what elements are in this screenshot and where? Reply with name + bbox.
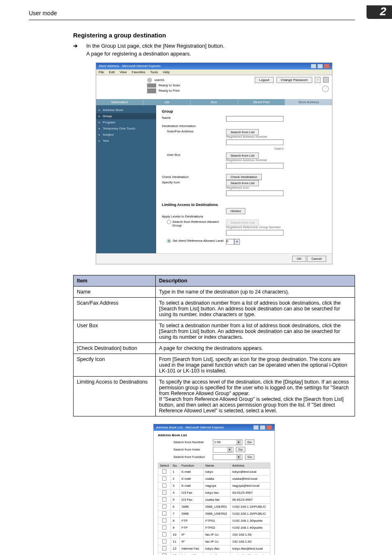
table-row: 13Internet Faxosaka-ifaxosaka-ifax@test.… (158, 552, 270, 555)
maximize-icon[interactable] (317, 64, 323, 69)
minimize-icon-2[interactable] (253, 425, 259, 430)
row-checkbox[interactable] (162, 553, 166, 555)
go-button-3[interactable]: Go (245, 454, 254, 460)
table-row-item: User Box (74, 320, 156, 342)
row-checkbox[interactable] (162, 511, 166, 516)
menu-help[interactable]: Help (163, 70, 170, 74)
search-function-select[interactable]: ▾ (213, 454, 242, 460)
change-password-button[interactable]: Change Password (276, 77, 312, 83)
row-checkbox[interactable] (162, 469, 166, 474)
search-from-list-button-3[interactable]: Search from List (226, 180, 259, 186)
close-icon-2[interactable] (266, 425, 272, 430)
sidebar-item-temporary[interactable]: Temporary One-Touch (96, 125, 156, 132)
name-input[interactable] (226, 116, 284, 122)
step-sub: A page for registering a destination app… (73, 51, 355, 57)
search-from-list-button[interactable]: Search from List (226, 129, 259, 135)
reg-ref-group-input[interactable] (226, 230, 284, 236)
maximize-icon-2[interactable] (260, 425, 265, 430)
minimize-icon[interactable] (311, 64, 316, 69)
scanner-icon (147, 83, 156, 88)
ie-menu: File Edit View Favorites Tools Help (96, 69, 332, 75)
table-row: 1E-mailtokyotokyo@test.local (158, 468, 270, 475)
chapter-number: 2 (367, 5, 392, 19)
hidden-button[interactable]: Hidden (226, 208, 245, 214)
table-row-item: [Check Destination] button (74, 342, 156, 354)
col-name: Name (203, 462, 231, 468)
row-checkbox[interactable] (162, 476, 166, 481)
col-function: Function (180, 462, 203, 468)
label-search-index: Search from Index (161, 448, 210, 451)
search-index-select[interactable]: ▾ (213, 447, 233, 453)
table-row-desc: To specify the access level of the desti… (156, 376, 355, 416)
reg-icon-input[interactable] (226, 190, 284, 196)
chevron-down-icon: ▾ (236, 440, 241, 445)
table-row: 2E-mailosakaosaka@test.local (158, 475, 270, 482)
row-checkbox[interactable] (162, 546, 166, 550)
reg-icon-label: Registered Icon (226, 186, 326, 190)
description-table: Item Description NameType in the name of… (73, 275, 355, 416)
tab-job[interactable]: Job (143, 99, 191, 105)
table-row-desc: Type in the name of the destination (up … (156, 286, 355, 297)
radio-set-direct[interactable] (167, 239, 171, 243)
window-title-2: Address Book List - Microsoft Internet E… (156, 426, 224, 429)
sidebar-item-subject[interactable]: Subject (96, 132, 156, 138)
label-search-function: Search from Function (161, 455, 210, 459)
row-checkbox[interactable] (162, 532, 166, 536)
table-row-desc: To select a destination number from a li… (156, 297, 355, 320)
sidebar-item-address-book[interactable]: Address Book (96, 107, 156, 113)
search-number-select[interactable]: 1-50▾ (213, 439, 242, 445)
search-from-list-button-2[interactable]: Search from List (226, 153, 259, 159)
running-header: User mode (29, 10, 57, 16)
table-row-desc: From [Search from List], specify an icon… (156, 354, 355, 376)
sidebar-item-group[interactable]: Group (96, 113, 156, 119)
ok-button[interactable]: OK (292, 256, 306, 262)
label-search-number: Search from Number (161, 440, 210, 444)
row-checkbox[interactable] (162, 539, 166, 543)
row-checkbox[interactable] (162, 504, 166, 509)
row-checkbox[interactable] (162, 483, 166, 488)
row-checkbox[interactable] (162, 525, 166, 530)
reg-addr-number-input-2[interactable] (226, 163, 284, 169)
go-button-2[interactable]: Go (236, 447, 245, 452)
label-search-ref: Search from Reference Allowed Group (173, 220, 226, 227)
col-no: No. (171, 462, 180, 468)
tab-box[interactable]: Box (191, 99, 238, 105)
sidebar-item-text[interactable]: Text (96, 138, 156, 144)
scroll-up-icon[interactable] (323, 77, 329, 83)
table-row: 6SMBSMB_USER01\\192.168.1.10\PUBLIC (158, 503, 270, 510)
level-value: 0 (226, 239, 234, 245)
menu-tools[interactable]: Tools (150, 70, 158, 74)
row-checkbox[interactable] (162, 490, 166, 495)
status-scan: Ready to Scan (159, 83, 180, 87)
table-row-item: Scan/Fax Address (74, 297, 156, 320)
table-row-desc: To select a destination number from a li… (156, 320, 355, 342)
tab-information[interactable]: Information (96, 99, 143, 105)
row-checkbox[interactable] (162, 497, 166, 502)
tab-store-address[interactable]: Store Address (285, 99, 332, 105)
table-row: 4G3 Faxtokyo-fax03-0123-4567 (158, 489, 270, 496)
logout-button[interactable]: Logout (255, 77, 274, 83)
table-row-desc: A page for checking the destinations app… (156, 342, 355, 354)
sidebar-item-program[interactable]: Program (96, 119, 156, 125)
menu-edit[interactable]: Edit (109, 70, 115, 74)
table-row: 8FTPFTP01\\192.168.1.30\public (158, 517, 270, 524)
refresh-icon[interactable] (322, 86, 329, 92)
check-destination-button[interactable]: Check Destination (226, 174, 262, 180)
tab-direct-print[interactable]: Direct Print (238, 99, 285, 105)
limiting-heading: Limiting Access to Destinations (162, 203, 326, 207)
radio-search-ref[interactable] (167, 220, 171, 224)
table-row-item: Name (74, 286, 156, 297)
menu-file[interactable]: File (99, 70, 104, 74)
row-checkbox[interactable] (162, 518, 166, 523)
reg-addr-number-input[interactable] (226, 139, 284, 145)
level-dropdown[interactable]: 0 ▾ (226, 239, 240, 245)
go-button-1[interactable]: Go (245, 439, 254, 445)
table-row: 7SMBSMB_USER02\\192.168.1.20\PUBLIC (158, 510, 270, 517)
menu-view[interactable]: View (120, 70, 127, 74)
close-icon[interactable] (324, 64, 330, 69)
table-row: 11IPfax-IP-1c192.168.1.60 (158, 538, 270, 545)
menu-favorites[interactable]: Favorites (132, 70, 145, 74)
help-button[interactable]: ? (315, 77, 321, 83)
cancel-button[interactable]: Cancel (307, 256, 326, 262)
brand-logo (99, 77, 142, 97)
